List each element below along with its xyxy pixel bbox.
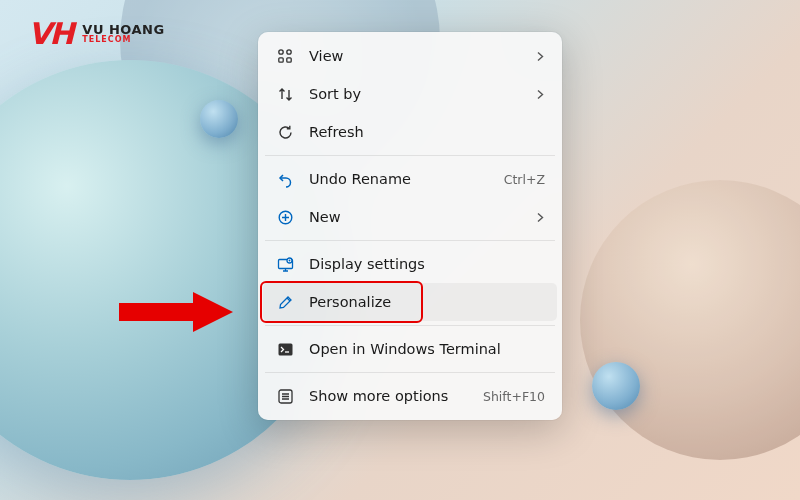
menu-label: Refresh <box>309 124 545 140</box>
menu-divider <box>265 372 555 373</box>
display-settings-icon <box>275 254 295 274</box>
menu-label: Sort by <box>309 86 528 102</box>
brand-logo: VH VU HOANG TELECOM <box>28 16 165 51</box>
menu-divider <box>265 240 555 241</box>
chevron-right-icon <box>536 51 545 62</box>
menu-item-refresh[interactable]: Refresh <box>263 113 557 151</box>
wallpaper-sphere <box>200 100 238 138</box>
svg-point-7 <box>288 259 290 261</box>
desktop-wallpaper[interactable]: VH VU HOANG TELECOM View <box>0 0 800 500</box>
wallpaper-shape <box>580 180 800 460</box>
refresh-icon <box>275 122 295 142</box>
logo-sub: TELECOM <box>82 36 164 44</box>
new-icon <box>275 207 295 227</box>
svg-point-1 <box>286 49 290 53</box>
grid-icon <box>275 46 295 66</box>
menu-item-display-settings[interactable]: Display settings <box>263 245 557 283</box>
menu-label: Undo Rename <box>309 171 504 187</box>
undo-icon <box>275 169 295 189</box>
svg-point-0 <box>278 49 282 53</box>
menu-label: Open in Windows Terminal <box>309 341 545 357</box>
menu-label: View <box>309 48 528 64</box>
svg-rect-3 <box>286 57 290 61</box>
menu-label: New <box>309 209 528 225</box>
menu-divider <box>265 155 555 156</box>
chevron-right-icon <box>536 89 545 100</box>
menu-item-open-terminal[interactable]: Open in Windows Terminal <box>263 330 557 368</box>
logo-mark: VH <box>28 16 72 51</box>
more-options-icon <box>275 386 295 406</box>
menu-label: Display settings <box>309 256 545 272</box>
menu-label: Personalize <box>309 294 545 310</box>
menu-item-undo[interactable]: Undo Rename Ctrl+Z <box>263 160 557 198</box>
menu-item-sort-by[interactable]: Sort by <box>263 75 557 113</box>
svg-rect-2 <box>278 57 282 61</box>
svg-rect-8 <box>278 343 292 355</box>
menu-item-view[interactable]: View <box>263 37 557 75</box>
menu-item-personalize[interactable]: Personalize <box>263 283 557 321</box>
menu-label: Show more options <box>309 388 483 404</box>
menu-item-new[interactable]: New <box>263 198 557 236</box>
personalize-icon <box>275 292 295 312</box>
annotation-arrow <box>115 288 235 336</box>
chevron-right-icon <box>536 212 545 223</box>
menu-item-show-more[interactable]: Show more options Shift+F10 <box>263 377 557 415</box>
desktop-context-menu: View Sort by <box>258 32 562 420</box>
menu-divider <box>265 325 555 326</box>
wallpaper-sphere <box>592 362 640 410</box>
terminal-icon <box>275 339 295 359</box>
menu-shortcut: Shift+F10 <box>483 389 545 404</box>
menu-shortcut: Ctrl+Z <box>504 172 545 187</box>
sort-icon <box>275 84 295 104</box>
